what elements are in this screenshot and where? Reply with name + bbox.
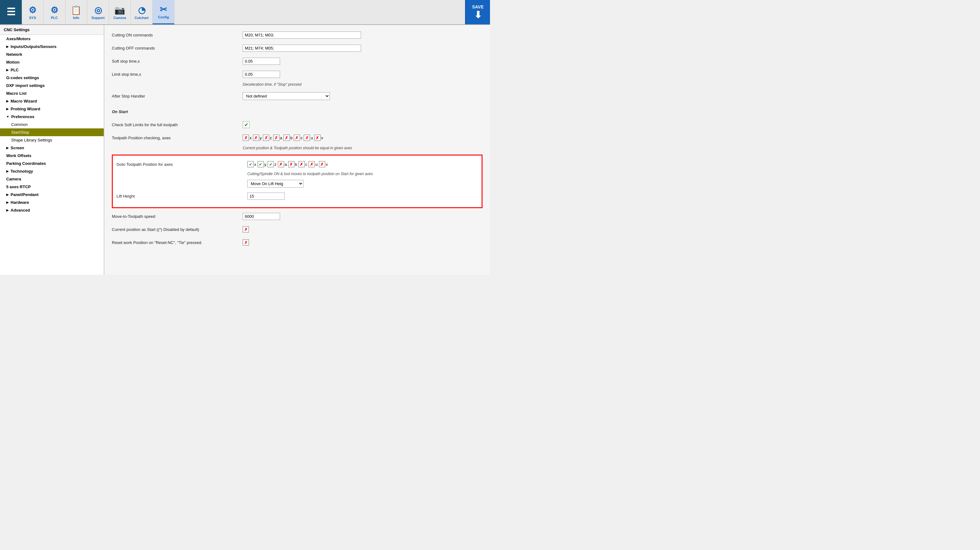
goto-axis-b: ✗ b — [288, 161, 297, 167]
plc-button[interactable]: ⚙ PLC — [44, 0, 65, 24]
reset-work-row: Reset work Position on "Reset-NC", "Tie"… — [112, 238, 482, 247]
info-button[interactable]: 📋 Info — [65, 0, 87, 24]
soft-stop-input[interactable] — [243, 57, 280, 65]
goto-b-checkbox[interactable]: ✗ — [288, 161, 294, 167]
sidebar-item-dxf[interactable]: DXF import settings — [0, 81, 104, 89]
limit-stop-label: Limit stop time,s — [112, 72, 243, 77]
axis-y-checkbox[interactable]: ✗ — [253, 135, 259, 141]
goto-axes-row: ✔ x ✔ y ✔ z ✗ a — [247, 161, 328, 167]
config-icon: ✂ — [160, 4, 167, 14]
main-layout: CNC Settings Axes/Motors ▶Inputs/Outputs… — [0, 25, 490, 275]
axis-c-checkbox[interactable]: ✗ — [294, 135, 300, 141]
sidebar-item-macro-list[interactable]: Macro List — [0, 89, 104, 97]
info-icon: 📋 — [71, 5, 82, 15]
axis-check-a: ✗ a — [273, 135, 282, 141]
content-area: Cutting ON commands Cutting OFF commands… — [104, 25, 490, 275]
axis-check-c: ✗ c — [294, 135, 303, 141]
camera-button[interactable]: 📷 Camera — [109, 0, 131, 24]
cutting-off-input[interactable] — [243, 45, 361, 52]
cutchart-label: Cutchart — [135, 16, 149, 20]
sidebar-item-work-offsets[interactable]: Work Offsets — [0, 152, 104, 159]
current-pos-label: Current position as Start ((*) Disabled … — [112, 227, 243, 232]
sidebar-item-shape-library[interactable]: Shape Library Settings — [0, 136, 104, 144]
axis-z-checkbox[interactable]: ✗ — [263, 135, 269, 141]
cutting-off-label: Cutting OFF commands — [112, 46, 243, 51]
check-soft-limits-checkbox[interactable]: ✔ — [243, 121, 250, 128]
sidebar-item-gcodes[interactable]: G-codes settings — [0, 74, 104, 81]
goto-u-checkbox[interactable]: ✗ — [309, 161, 315, 167]
goto-v-checkbox[interactable]: ✗ — [319, 161, 325, 167]
after-stop-row: After Stop Handler Not defined — [112, 91, 482, 101]
axis-x-checkbox[interactable]: ✗ — [243, 135, 249, 141]
goto-a-checkbox[interactable]: ✗ — [278, 161, 284, 167]
sidebar-item-5axes[interactable]: 5 axes RTCP — [0, 183, 104, 191]
camera-label: Camera — [113, 16, 126, 20]
sidebar-item-network[interactable]: Network — [0, 51, 104, 58]
axis-a-checkbox[interactable]: ✗ — [273, 135, 279, 141]
sidebar-item-preferences[interactable]: ▼Preferences — [0, 113, 104, 121]
info-label: Info — [73, 16, 79, 20]
reset-work-checkbox[interactable]: ✗ — [243, 239, 249, 246]
reset-work-label: Reset work Position on "Reset-NC", "Tie"… — [112, 240, 243, 245]
axis-check-y: ✗ y — [253, 135, 262, 141]
sidebar-item-plc[interactable]: ▶PLC — [0, 66, 104, 74]
save-button[interactable]: SAVE ⬇ — [465, 0, 490, 24]
sys-button[interactable]: ⚙ SYS — [22, 0, 44, 24]
sidebar-item-common[interactable]: Common — [0, 121, 104, 128]
sidebar-item-camera[interactable]: Camera — [0, 175, 104, 183]
lift-height-input[interactable] — [247, 193, 285, 200]
goto-toolpath-box: Goto Toolpath Position for axes ✔ x ✔ y … — [112, 155, 482, 208]
move-mode-select[interactable]: Move On Lift Heig — [247, 180, 304, 188]
goto-axis-c: ✗ c — [298, 161, 307, 167]
goto-x-checkbox[interactable]: ✔ — [247, 161, 254, 167]
sidebar-item-advanced[interactable]: ▶Advanced — [0, 206, 104, 214]
sidebar-item-start-stop[interactable]: Start/Stop — [0, 128, 104, 136]
move-speed-row: Move-to-Toolpath speed — [112, 211, 482, 221]
limit-stop-input[interactable] — [243, 71, 280, 78]
sidebar-item-motion[interactable]: Motion — [0, 58, 104, 66]
sidebar-item-probing-wizard[interactable]: ▶Probing Wizard — [0, 105, 104, 113]
sidebar-item-axes-motors[interactable]: Axes/Motors — [0, 35, 104, 43]
goto-toolpath-row: Goto Toolpath Position for axes ✔ x ✔ y … — [116, 159, 478, 169]
axis-check-z: ✗ z — [263, 135, 272, 141]
cutchart-icon: ◔ — [138, 5, 145, 15]
goto-toolpath-label: Goto Toolpath Position for axes — [116, 162, 247, 167]
toolpath-hint: Current position & Toolpath position sho… — [243, 146, 482, 150]
sidebar-item-parking[interactable]: Parking Coordinates — [0, 159, 104, 167]
axis-u-checkbox[interactable]: ✗ — [304, 135, 310, 141]
axis-b-checkbox[interactable]: ✗ — [283, 135, 290, 141]
axis-v-checkbox[interactable]: ✗ — [314, 135, 321, 141]
goto-axis-y: ✔ y — [258, 161, 267, 167]
goto-c-checkbox[interactable]: ✗ — [298, 161, 305, 167]
current-pos-checkbox[interactable]: ✗ — [243, 226, 249, 233]
soft-stop-row: Soft stop time,s — [112, 56, 482, 66]
cutchart-button[interactable]: ◔ Cutchart — [131, 0, 153, 24]
menu-button[interactable]: ☰ — [0, 0, 22, 24]
sidebar-title: CNC Settings — [0, 25, 104, 35]
save-icon: ⬇ — [474, 10, 482, 20]
sidebar-item-screen[interactable]: ▶Screen — [0, 144, 104, 152]
sidebar: CNC Settings Axes/Motors ▶Inputs/Outputs… — [0, 25, 104, 275]
sidebar-item-technology[interactable]: ▶Technology — [0, 167, 104, 175]
lift-height-label: Lift Height — [116, 194, 247, 199]
check-soft-limits-row: Check Soft Limits for the full toolpath … — [112, 120, 482, 130]
move-speed-input[interactable] — [243, 213, 280, 220]
on-start-label: On Start — [112, 109, 243, 114]
config-button[interactable]: ✂ Config — [153, 0, 175, 24]
goto-hint: Cutting/Spindle ON & tool moves to toolp… — [247, 172, 478, 176]
plc-label: PLC — [51, 16, 58, 20]
sidebar-item-io-sensors[interactable]: ▶Inputs/Outputs/Sensors — [0, 43, 104, 51]
after-stop-select[interactable]: Not defined — [243, 92, 330, 100]
sidebar-item-macro-wizard[interactable]: ▶Macro Wizard — [0, 97, 104, 105]
check-soft-limits-label: Check Soft Limits for the full toolpath — [112, 123, 243, 127]
goto-y-checkbox[interactable]: ✔ — [258, 161, 264, 167]
sidebar-item-hardware[interactable]: ▶Hardware — [0, 199, 104, 206]
support-button[interactable]: ◎ Support — [87, 0, 109, 24]
sys-icon: ⚙ — [29, 5, 37, 15]
menu-icon: ☰ — [6, 6, 16, 18]
goto-z-checkbox[interactable]: ✔ — [267, 161, 274, 167]
cutting-on-input[interactable] — [243, 32, 361, 39]
toolbar: ☰ ⚙ SYS ⚙ PLC 📋 Info ◎ Support 📷 Camera … — [0, 0, 490, 25]
sidebar-item-panel[interactable]: ▶Panel/Pendant — [0, 191, 104, 199]
current-pos-row: Current position as Start ((*) Disabled … — [112, 224, 482, 234]
